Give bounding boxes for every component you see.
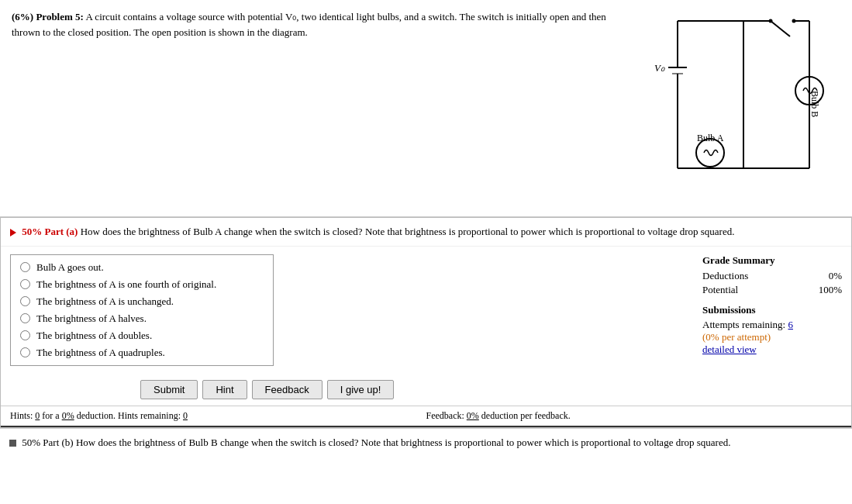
hints-deduction: 0% [62,410,74,421]
answer-choices-box: Bulb A goes out. The brightness of A is … [10,254,274,366]
attempts-label: Attempts remaining: [702,319,785,330]
choice-1-label: Bulb A goes out. [36,261,104,274]
choice-1[interactable]: Bulb A goes out. [20,261,264,274]
buttons-row: Submit Hint Feedback I give up! [1,374,851,406]
potential-value: 100% [819,284,842,296]
per-attempt-row: (0% per attempt) [702,331,842,343]
grade-summary-title: Grade Summary [702,254,842,267]
svg-line-7 [771,21,790,36]
part-b-square-icon [9,440,16,447]
page-container: (6%) Problem 5: A circuit contains a vol… [0,0,852,504]
attempts-row: Attempts remaining: 6 [702,319,842,331]
problem-description: (6%) Problem 5: A circuit contains a vol… [12,9,608,40]
submit-button[interactable]: Submit [140,380,198,399]
give-up-button[interactable]: I give up! [327,380,395,399]
hints-for: for a [40,410,61,421]
voltage-label: V₀ [654,62,665,74]
grade-summary: Grade Summary Deductions 0% Potential 10… [687,254,842,366]
hints-text: Hints: [10,410,35,421]
feedback-deduction: 0% [467,410,479,421]
hints-bar: Hints: 0 for a 0% deduction. Hints remai… [1,406,851,427]
part-a-label: 50% Part (a) [22,226,78,237]
deductions-row: Deductions 0% [702,270,842,282]
svg-point-10 [792,19,796,23]
part-a-arrow-icon [10,229,16,236]
choice-6-radio[interactable] [20,347,30,357]
circuit-svg: Bulb A Bulb B V₀ [631,13,833,184]
choice-2-label: The brightness of A is one fourth of ori… [36,278,216,291]
submissions-title: Submissions [702,304,842,316]
answer-choices-container: Bulb A goes out. The brightness of A is … [10,254,687,366]
choice-5-label: The brightness of A doubles. [36,330,152,342]
part-a-header: 50% Part (a) How does the brightness of … [1,218,851,247]
feedback-button[interactable]: Feedback [252,380,323,399]
detailed-view-row: detailed view [702,343,842,356]
potential-label: Potential [702,284,738,296]
choice-4-radio[interactable] [20,313,30,323]
potential-row: Potential 100% [702,284,842,296]
choice-6-label: The brightness of A quadruples. [36,347,165,359]
choice-3[interactable]: The brightness of A is unchanged. [20,295,264,308]
problem-desc-text: A circuit contains a voltage source with… [12,11,606,38]
choice-3-label: The brightness of A is unchanged. [36,295,174,308]
hint-button[interactable]: Hint [202,380,247,399]
choice-2-radio[interactable] [20,279,30,289]
part-a-question: How does the brightness of Bulb A change… [81,226,735,237]
problem-header: (6%) Problem 5: [12,11,84,22]
bulb-b-label: Bulb B [809,91,820,117]
part-a-section: 50% Part (a) How does the brightness of … [0,217,852,428]
choice-6[interactable]: The brightness of A quadruples. [20,347,264,359]
deductions-label: Deductions [702,270,748,282]
attempts-value[interactable]: 6 [788,319,793,330]
part-b-section: 50% Part (b) How does the brightness of … [0,428,852,457]
feedback-text: Feedback: [426,410,467,421]
hints-remaining: 0 [183,410,188,421]
choice-5-radio[interactable] [20,330,30,340]
bulb-a-label: Bulb A [697,133,724,143]
choice-4-label: The brightness of A halves. [36,312,147,325]
feedback-suffix: deduction per feedback. [479,410,571,421]
hints-deduction-suffix: deduction. Hints remaining: [74,410,183,421]
part-b-header: 50% Part (b) How does the brightness of … [9,435,843,450]
hints-right: Feedback: 0% deduction per feedback. [426,410,843,422]
part-a-body: Bulb A goes out. The brightness of A is … [1,247,851,374]
choice-3-radio[interactable] [20,296,30,306]
choice-1-radio[interactable] [20,262,30,272]
part-b-label: 50% Part (b) [22,437,73,448]
per-attempt-label: (0% per attempt) [702,331,771,343]
top-section: (6%) Problem 5: A circuit contains a vol… [0,0,852,217]
part-b-question: How does the brightness of Bulb B change… [76,437,730,448]
choice-2[interactable]: The brightness of A is one fourth of ori… [20,278,264,291]
deductions-value: 0% [829,270,842,282]
svg-point-9 [769,19,773,23]
choice-5[interactable]: The brightness of A doubles. [20,330,264,342]
detailed-view-link[interactable]: detailed view [702,343,757,355]
problem-text: (6%) Problem 5: A circuit contains a vol… [12,9,623,209]
hints-left: Hints: 0 for a 0% deduction. Hints remai… [10,410,426,422]
choice-4[interactable]: The brightness of A halves. [20,312,264,325]
circuit-diagram: Bulb A Bulb B V₀ [623,9,840,209]
